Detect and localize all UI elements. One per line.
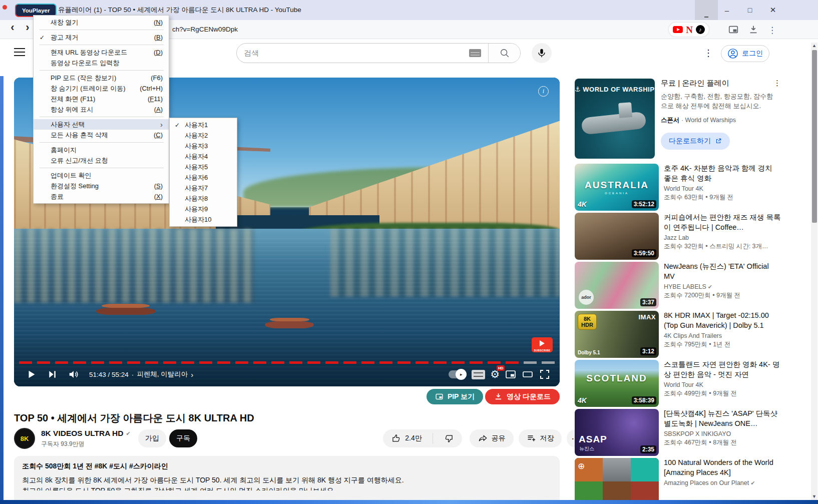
video-thumbnail[interactable]: ador3:37 <box>575 262 659 309</box>
video-list-item[interactable]: 8K HDRIMAXDolby 5.13:128K HDR IMAX | Tar… <box>575 311 781 356</box>
hamburger-menu-icon[interactable] <box>14 48 25 56</box>
join-button[interactable]: 가입 <box>138 429 166 447</box>
subscribe-button[interactable]: 구독 <box>169 429 197 447</box>
mic-button[interactable] <box>532 43 552 63</box>
pip-view-button[interactable]: PIP 보기 <box>427 389 483 404</box>
menu-shortcut: (X) <box>154 193 163 200</box>
menu-item-label: 사용자3 <box>185 142 231 151</box>
url-field[interactable]: ch?v=RgCENw09Dpk <box>172 26 238 33</box>
channel-row: 8K 8K VIDEOS ULTRA HD ✔ 구독자 93.9만명 가입 구독… <box>14 428 560 450</box>
description-line-clipped: 최고의 아름다운 도시 TOP 50을 고화질로 감상하고 세계 여러 도시의 … <box>22 485 552 490</box>
download-toolbar-icon[interactable] <box>748 24 759 35</box>
menu-item[interactable]: 사용자 선택› <box>34 119 169 130</box>
menu-item-label: 사용자10 <box>185 215 231 224</box>
close-button[interactable]: ✕ <box>762 0 784 20</box>
menu-item[interactable]: 사용자4 <box>170 151 237 162</box>
search-button[interactable] <box>488 44 520 63</box>
menu-item[interactable]: 동영상 다운로드 입력창 <box>34 58 169 68</box>
keyboard-icon[interactable] <box>469 49 481 57</box>
sponsored-ad-item[interactable]: ⚓ WORLD OF WARSHIPS무료 | 온라인 플레이⋮순양함, 구축함… <box>575 79 781 159</box>
ad-menu-icon[interactable]: ⋮ <box>773 79 781 88</box>
search-input[interactable]: 검색 <box>237 44 488 63</box>
menu-item[interactable]: 사용자10 <box>170 214 237 225</box>
video-thumbnail[interactable]: ASAP뉴진스2:35 <box>575 409 659 456</box>
menu-item[interactable]: 사용자3 <box>170 141 237 151</box>
scrollbar-thumb[interactable] <box>812 50 817 223</box>
browser-menu-icon[interactable]: ⋮ <box>768 25 776 36</box>
chevron-right-icon[interactable]: › <box>191 370 193 379</box>
menu-item[interactable]: 환경설정 Setting(S) <box>34 181 169 191</box>
menu-item[interactable]: ✓광고 제거(B) <box>34 32 169 43</box>
video-list-item[interactable]: SCOTLAND4K3:58:39스코틀랜드 자연 편안한 영화 4K- 명상 … <box>575 360 781 405</box>
menu-item[interactable]: 전체 화면 (F11)(F11) <box>34 94 169 104</box>
next-button[interactable] <box>44 366 61 383</box>
back-button[interactable]: ‹ <box>6 21 19 34</box>
menu-item[interactable]: 오류 신고/개선 요청 <box>34 155 169 166</box>
minimize-button[interactable]: – <box>716 0 738 20</box>
ad-thumbnail[interactable]: ⚓ WORLD OF WARSHIPS <box>575 79 655 159</box>
video-list-item[interactable]: ⊕100 Natural Wonders of the World [Amazi… <box>575 458 781 503</box>
video-thumbnail[interactable]: 8K HDRIMAXDolby 5.13:12 <box>575 311 659 358</box>
video-download-button[interactable]: 영상 다운로드 <box>485 389 560 404</box>
download-icon <box>494 392 503 401</box>
video-list-item[interactable]: 3:59:50커피숍에서는 편안한 재즈 재생 목록이 연주됩니다 | Coff… <box>575 213 781 258</box>
menu-item[interactable]: PIP 모드 (작은 창보기)(F6) <box>34 73 169 83</box>
menu-item[interactable]: 새창 열기(N) <box>34 17 169 28</box>
menu-item[interactable]: 종료(X) <box>34 191 169 202</box>
page-scrollbar[interactable]: ▲ ▼ <box>811 43 817 500</box>
autoplay-toggle[interactable]: ▸ <box>449 370 467 378</box>
chapter-label[interactable]: 피렌체, 이탈리아 <box>137 370 188 379</box>
menu-item[interactable]: 사용자8 <box>170 193 237 204</box>
menu-item[interactable]: 현재 URL 동영상 다운로드(D) <box>34 47 169 58</box>
info-icon[interactable]: i <box>538 86 549 97</box>
video-list-item[interactable]: AUSTRALIAOCEANIA4K3:52:12호주 4K- 차분한 음악과 … <box>575 164 781 209</box>
menu-item[interactable]: 항상 위에 표시(A) <box>34 104 169 115</box>
maximize-button[interactable]: □ <box>739 0 761 20</box>
menu-item[interactable]: 사용자2 <box>170 130 237 141</box>
scroll-down-icon[interactable]: ▼ <box>811 493 817 500</box>
forward-button[interactable]: › <box>21 21 34 34</box>
menu-item[interactable]: 사용자5 <box>170 162 237 172</box>
channel-avatar[interactable]: 8K <box>14 428 35 449</box>
video-thumbnail[interactable]: 3:59:50 <box>575 213 659 260</box>
share-button[interactable]: 공유 <box>470 429 514 447</box>
verified-icon: ✔ <box>706 284 712 290</box>
ad-download-button[interactable]: 다운로드하기 <box>661 133 730 150</box>
volume-icon[interactable] <box>65 366 82 383</box>
menu-item[interactable]: 업데이트 확인 <box>34 170 169 181</box>
header-menu-icon[interactable]: ⋮ <box>704 48 713 59</box>
menu-item[interactable]: ✓사용자1 <box>170 120 237 130</box>
video-thumbnail[interactable]: SCOTLAND4K3:58:39 <box>575 360 659 407</box>
login-button[interactable]: 로그인 <box>721 45 769 62</box>
play-button[interactable] <box>23 366 40 383</box>
netflix-icon[interactable]: N <box>686 25 693 35</box>
channel-name[interactable]: 8K VIDEOS ULTRA HD ✔ <box>41 429 131 438</box>
video-text: NewJeans (뉴진스) 'ETA' Official MVHYBE LAB… <box>664 262 781 307</box>
save-button[interactable]: 저장 <box>519 429 562 447</box>
like-button[interactable]: 2.4만 <box>384 429 429 447</box>
video-list-item[interactable]: ASAP뉴진스2:35[단독샷캠4K] 뉴진스 'ASAP' 단독샷 별도녹화 … <box>575 409 781 454</box>
video-thumbnail[interactable]: AUSTRALIAOCEANIA4K3:52:12 <box>575 164 659 211</box>
pip-toolbar-icon[interactable] <box>728 24 739 35</box>
subtitles-icon[interactable] <box>472 370 485 379</box>
fullscreen-icon[interactable] <box>539 368 551 380</box>
video-thumbnail[interactable]: ⊕ <box>575 458 659 504</box>
settings-button[interactable]: ⚙ HD <box>490 368 500 380</box>
progress-bar[interactable] <box>19 361 555 364</box>
dislike-button[interactable] <box>437 429 461 447</box>
menu-item[interactable]: 홈페이지 <box>34 145 169 155</box>
description-box[interactable]: 조회수 508만회 1년 전 #8K #도시 #스카이라인 최고의 8k 장치를… <box>14 456 560 504</box>
menu-item[interactable]: 사용자6 <box>170 172 237 183</box>
tiktok-icon[interactable]: ♪ <box>696 25 705 34</box>
theater-mode-icon[interactable] <box>522 368 534 380</box>
menu-shortcut: (N) <box>154 19 163 26</box>
menu-item[interactable]: 창 숨기기 (트레이로 이동)(Ctrl+H) <box>34 83 169 94</box>
miniplayer-icon[interactable] <box>505 368 517 380</box>
youtube-icon[interactable] <box>673 26 683 33</box>
menu-item[interactable]: 사용자9 <box>170 204 237 214</box>
menu-item[interactable]: 사용자7 <box>170 183 237 193</box>
menu-item[interactable]: 모든 사용 흔적 삭제(C) <box>34 130 169 140</box>
video-list-item[interactable]: ador3:37NewJeans (뉴진스) 'ETA' Official MV… <box>575 262 781 307</box>
youtube-watermark[interactable]: SUBSCRIBE <box>532 337 553 352</box>
scroll-up-icon[interactable]: ▲ <box>811 43 817 49</box>
